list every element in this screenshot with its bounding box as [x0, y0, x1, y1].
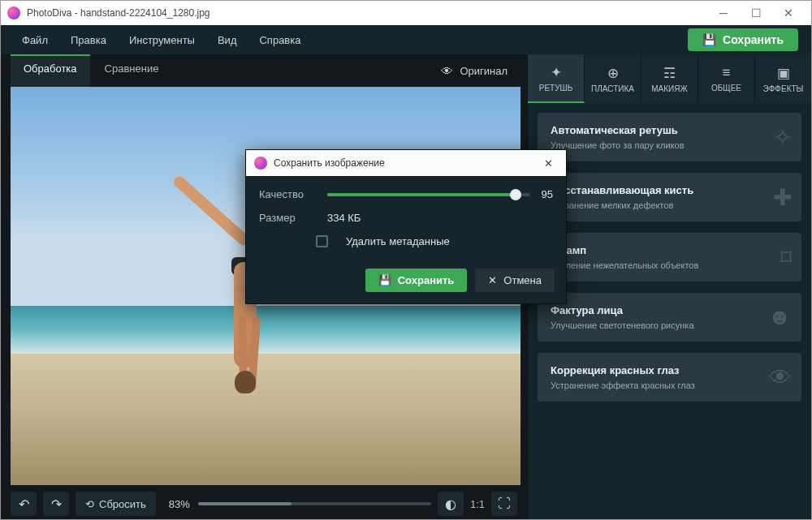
window-title: PhotoDiva - handstand-2224104_1280.jpg	[27, 7, 707, 19]
delete-metadata-label: Удалить метаданные	[346, 235, 450, 247]
undo-button[interactable]: ↶	[11, 492, 37, 516]
dialog-cancel-button[interactable]: ✕ Отмена	[475, 269, 555, 292]
save-button[interactable]: 💾 Сохранить	[688, 28, 798, 51]
maximize-button[interactable]: ☐	[740, 2, 772, 24]
dialog-body: Качество 95 Размер 334 КБ Удалить метада…	[246, 177, 566, 260]
dialog-title: Сохранить изображение	[274, 157, 538, 169]
tool-label: РЕТУШЬ	[539, 84, 573, 92]
dialog-actions: 💾 Сохранить ✕ Отмена	[246, 260, 566, 303]
preset-desc: Улучшение светотеневого рисунка	[551, 320, 753, 330]
preset-title: Автоматическая ретушь	[551, 124, 753, 136]
fit-user-icon[interactable]: ◐	[438, 492, 464, 516]
quality-row: Качество 95	[259, 188, 553, 200]
preset-title: Коррекция красных глаз	[551, 364, 753, 376]
minimize-button[interactable]: ─	[707, 2, 740, 24]
menu-file[interactable]: Файл	[11, 29, 59, 51]
tab-process[interactable]: Обработка	[11, 54, 90, 87]
preset-title: Восстанавливающая кисть	[551, 184, 753, 196]
view-tabs: Обработка Сравнение 👁 Оригинал	[1, 54, 527, 87]
menu-tools[interactable]: Инструменты	[118, 29, 206, 51]
delete-metadata-checkbox[interactable]	[316, 235, 328, 247]
aspect-ratio: 1:1	[470, 498, 485, 510]
preset-desc: Удаление нежелательных объектов	[551, 260, 753, 270]
quality-label: Качество	[259, 188, 316, 200]
preset-title: Фактура лица	[551, 304, 753, 316]
bottom-toolbar: ↶ ↷ ⟲ Сбросить 83% ◐ 1:1 ⛶	[1, 488, 527, 519]
preset-title: Штамп	[551, 244, 753, 256]
preset-face-texture[interactable]: Фактура лица Улучшение светотеневого рис…	[538, 293, 801, 342]
preset-desc: Устранение мелких дефектов	[551, 200, 753, 210]
zoom-value: 83%	[162, 498, 190, 510]
preset-healing-brush[interactable]: Восстанавливающая кисть Устранение мелки…	[538, 173, 801, 221]
tool-label: МАКИЯЖ	[651, 84, 687, 93]
reset-label: Сбросить	[99, 498, 146, 510]
zoom-control: 83%	[162, 498, 431, 510]
save-button-label: Сохранить	[723, 33, 784, 46]
fullscreen-button[interactable]: ⛶	[491, 492, 517, 516]
eye-icon: 👁	[441, 64, 453, 78]
preset-desc: Устранение эффекта красных глаз	[551, 380, 753, 390]
metadata-row: Удалить метаданные	[259, 235, 553, 247]
preset-list: Автоматическая ретушь Улучшение фото за …	[528, 103, 811, 519]
makeup-icon: ☶	[663, 65, 676, 82]
zoom-slider[interactable]	[198, 502, 431, 505]
size-value: 334 КБ	[327, 212, 361, 224]
bandage-icon: ✚	[773, 184, 792, 211]
stamp-icon: ⌑	[780, 244, 792, 271]
preset-auto-retouch[interactable]: Автоматическая ретушь Улучшение фото за …	[538, 113, 801, 161]
menu-view[interactable]: Вид	[206, 29, 248, 51]
fullscreen-icon: ⛶	[498, 496, 511, 511]
reset-button[interactable]: ⟲ Сбросить	[76, 492, 156, 516]
eye-icon: 👁	[769, 364, 792, 391]
redo-button[interactable]: ↷	[43, 492, 69, 516]
tool-liquify[interactable]: ⊕ ПЛАСТИКА	[585, 54, 641, 103]
size-row: Размер 334 КБ	[259, 212, 553, 224]
liquify-icon: ⊕	[607, 65, 619, 82]
effects-icon: ▣	[777, 65, 790, 82]
app-logo-icon	[254, 157, 267, 170]
reset-icon: ⟲	[85, 498, 94, 510]
size-label: Размер	[259, 212, 316, 224]
slider-knob[interactable]	[510, 189, 521, 200]
dialog-close-button[interactable]: ✕	[538, 157, 558, 170]
tool-general[interactable]: ≡ ОБЩЕЕ	[698, 54, 755, 103]
tab-compare[interactable]: Сравнение	[92, 54, 172, 87]
dialog-save-label: Сохранить	[398, 274, 455, 286]
retouch-icon: ✦	[551, 64, 562, 81]
save-icon: 💾	[378, 274, 391, 286]
save-icon: 💾	[702, 33, 716, 46]
original-label: Оригинал	[460, 65, 508, 77]
tool-category-strip: ✦ РЕТУШЬ ⊕ ПЛАСТИКА ☶ МАКИЯЖ ≡ ОБЩЕЕ ▣	[528, 54, 811, 103]
menu-help[interactable]: Справка	[248, 29, 312, 51]
tools-panel: ✦ РЕТУШЬ ⊕ ПЛАСТИКА ☶ МАКИЯЖ ≡ ОБЩЕЕ ▣	[527, 54, 811, 519]
preset-stamp[interactable]: Штамп Удаление нежелательных объектов ⌑	[538, 233, 801, 281]
titlebar: PhotoDiva - handstand-2224104_1280.jpg ─…	[1, 1, 811, 25]
dialog-cancel-label: Отмена	[503, 274, 542, 286]
dialog-header: Сохранить изображение ✕	[246, 150, 566, 177]
menubar: Файл Правка Инструменты Вид Справка 💾 Со…	[1, 25, 811, 54]
original-toggle[interactable]: 👁 Оригинал	[428, 54, 520, 87]
tool-effects[interactable]: ▣ ЭФФЕКТЫ	[755, 54, 811, 103]
face-icon: ☻	[768, 304, 792, 330]
undo-icon: ↶	[19, 496, 29, 512]
quality-slider[interactable]	[327, 193, 530, 196]
tool-label: ПЛАСТИКА	[591, 84, 634, 93]
window-controls: ─ ☐ ✕	[707, 2, 805, 24]
quality-value: 95	[542, 188, 553, 200]
redo-icon: ↷	[51, 496, 62, 512]
tool-retouch[interactable]: ✦ РЕТУШЬ	[528, 54, 585, 103]
menu-edit[interactable]: Правка	[59, 29, 118, 51]
close-icon: ✕	[488, 274, 497, 286]
tool-makeup[interactable]: ☶ МАКИЯЖ	[641, 54, 698, 103]
general-icon: ≡	[723, 65, 731, 81]
sparkle-icon: ✧	[773, 124, 792, 151]
tool-label: ОБЩЕЕ	[711, 84, 741, 92]
tool-label: ЭФФЕКТЫ	[763, 84, 804, 93]
app-logo-icon	[7, 6, 20, 19]
preset-red-eye[interactable]: Коррекция красных глаз Устранение эффект…	[538, 353, 801, 402]
dialog-save-button[interactable]: 💾 Сохранить	[365, 269, 468, 292]
close-button[interactable]: ✕	[772, 2, 805, 24]
preset-desc: Улучшение фото за пару кликов	[551, 140, 753, 150]
save-dialog: Сохранить изображение ✕ Качество 95 Разм…	[245, 149, 567, 304]
